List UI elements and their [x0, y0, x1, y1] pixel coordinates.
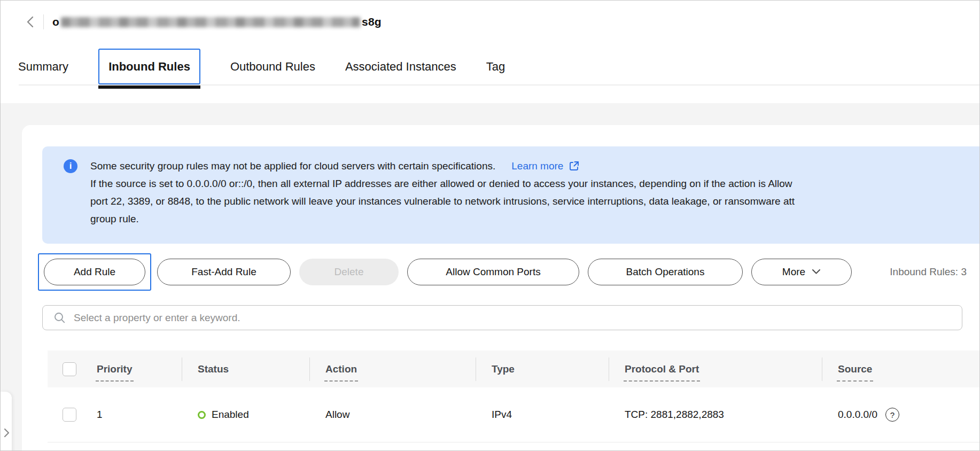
table-header-row: Priority Status Action Type [48, 351, 980, 387]
page-title: o s8g [52, 15, 382, 28]
allow-common-ports-button[interactable]: Allow Common Ports [407, 259, 579, 285]
back-chevron-icon [24, 14, 38, 30]
row-source-value: 0.0.0.0/0 [838, 409, 877, 421]
column-label-source: Source [838, 363, 872, 375]
column-separator [822, 357, 822, 381]
search-icon [53, 311, 66, 324]
column-header-source[interactable]: Source [822, 351, 980, 387]
header-checkbox-cell [48, 351, 81, 387]
tab-strip-underline [19, 84, 979, 85]
tab-tag[interactable]: Tag [486, 60, 505, 74]
security-group-detail-page: o s8g Summary Inbound Rules Outbound Rul… [0, 0, 980, 451]
row-protocol-port: TCP: 2881,2882,2883 [609, 387, 822, 442]
inbound-rules-count: Inbound Rules: 3 [890, 266, 967, 278]
fast-add-rule-button[interactable]: Fast-Add Rule [157, 259, 291, 285]
title-suffix: s8g [362, 15, 382, 28]
inbound-rules-table: Priority Status Action Type [48, 351, 980, 442]
banner-text-1: Some security group rules may not be app… [90, 157, 495, 175]
external-link-icon [568, 160, 580, 172]
banner-line-1: Some security group rules may not be app… [90, 157, 980, 175]
expand-side-panel-handle[interactable] [1, 392, 12, 451]
rules-toolbar: Add Rule Fast-Add Rule Delete Allow Comm… [38, 252, 967, 291]
select-all-checkbox[interactable] [63, 362, 76, 376]
tab-summary[interactable]: Summary [18, 60, 68, 74]
more-button[interactable]: More [751, 259, 852, 285]
more-button-label: More [782, 266, 805, 278]
batch-operations-button[interactable]: Batch Operations [588, 259, 743, 285]
row-action: Allow [309, 387, 476, 442]
row-status-label: Enabled [212, 409, 249, 421]
search-input[interactable] [74, 312, 956, 324]
title-divider [43, 14, 44, 29]
column-label-priority: Priority [97, 363, 133, 375]
title-prefix: o [52, 15, 59, 28]
chevron-down-icon [812, 269, 821, 275]
row-type: IPv4 [476, 387, 609, 442]
status-enabled-icon [198, 411, 206, 419]
expand-panel-icon [3, 427, 10, 439]
add-rule-focus-ring: Add Rule [38, 253, 151, 291]
tab-associated-instances[interactable]: Associated Instances [345, 60, 456, 74]
column-header-type: Type [476, 351, 609, 387]
column-header-priority[interactable]: Priority [81, 351, 182, 387]
column-separator [309, 357, 310, 381]
banner-line-4: group rule. [90, 210, 980, 228]
row-checkbox[interactable] [63, 408, 76, 422]
inbound-rules-panel: Some security group rules may not be app… [22, 125, 979, 450]
info-icon [64, 159, 77, 173]
search-bar [42, 305, 962, 330]
banner-line-2: If the source is set to 0.0.0.0/0 or::/0… [90, 175, 980, 192]
column-header-protocol-port[interactable]: Protocol & Port [609, 351, 822, 387]
tab-inbound-rules[interactable]: Inbound Rules [98, 49, 200, 84]
column-label-action: Action [325, 363, 357, 375]
redacted-title-text [61, 17, 360, 27]
row-priority: 1 [81, 387, 182, 442]
title-row: o s8g [23, 12, 382, 32]
row-source: 0.0.0.0/0 [822, 387, 980, 442]
page-header: o s8g Summary Inbound Rules Outbound Rul… [1, 1, 979, 103]
column-separator [476, 357, 476, 381]
delete-button: Delete [299, 259, 399, 285]
column-label-status: Status [198, 363, 229, 375]
learn-more-label: Learn more [511, 157, 563, 175]
tab-inbound-rules-label: Inbound Rules [108, 60, 190, 74]
learn-more-link[interactable]: Learn more [511, 157, 580, 175]
column-separator [609, 357, 609, 381]
row-status: Enabled [182, 387, 309, 442]
help-circle-icon[interactable] [885, 408, 899, 422]
tab-bar: Summary Inbound Rules Outbound Rules Ass… [18, 49, 505, 84]
add-rule-button[interactable]: Add Rule [44, 259, 145, 285]
tab-outbound-rules[interactable]: Outbound Rules [230, 60, 315, 74]
column-label-protocol-port: Protocol & Port [625, 363, 699, 375]
content-area: Some security group rules may not be app… [1, 103, 979, 450]
banner-line-3: port 22, 3389, or 8848, to the public ne… [90, 192, 980, 210]
back-button[interactable] [23, 14, 39, 30]
table-row: 1 Enabled Allow IPv4 TCP: 2881,2882,2883… [48, 387, 980, 442]
column-separator [182, 357, 182, 381]
column-label-type: Type [492, 363, 515, 375]
info-banner: Some security group rules may not be app… [42, 146, 980, 244]
column-header-status: Status [182, 351, 309, 387]
row-checkbox-cell [48, 387, 81, 442]
column-header-action[interactable]: Action [309, 351, 476, 387]
